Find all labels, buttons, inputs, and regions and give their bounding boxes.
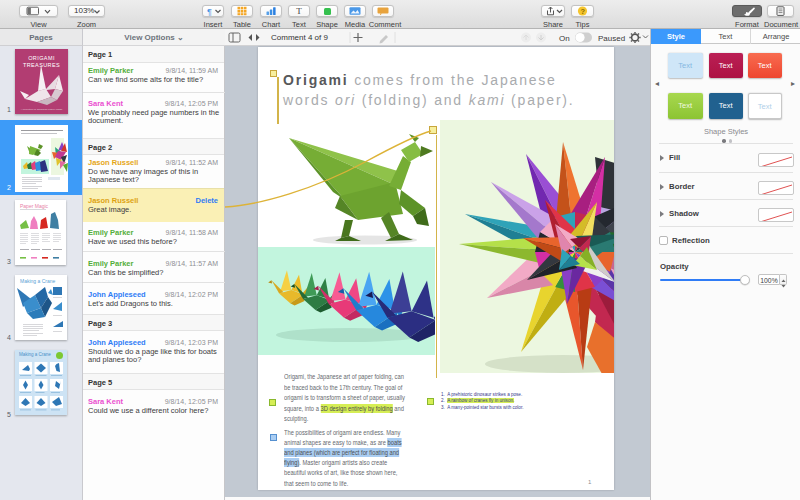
- svg-text:On: On: [559, 34, 570, 43]
- svg-text:Paused: Paused: [598, 34, 625, 43]
- svg-text:¶: ¶: [207, 7, 212, 17]
- svg-text:?: ?: [581, 7, 586, 16]
